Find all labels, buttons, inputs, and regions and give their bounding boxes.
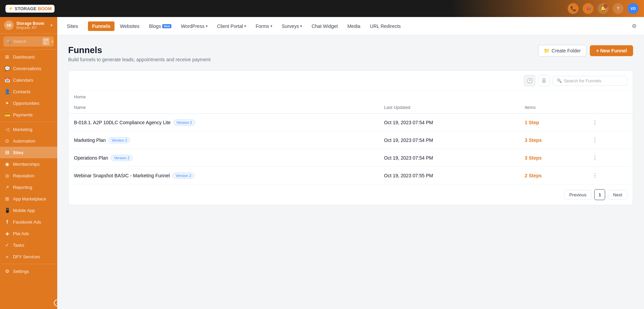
row-menu-btn-0[interactable]: ⋮ (590, 118, 600, 126)
nav-item-url-redirects[interactable]: URL Redirects (366, 21, 405, 31)
view-history-btn[interactable]: 🕐 (524, 75, 535, 86)
nav-label-url-redirects: URL Redirects (370, 23, 401, 29)
cell-updated-1: Oct 19, 2023 07:54 PM (379, 131, 519, 149)
page-number-1[interactable]: 1 (594, 189, 605, 200)
phone-icon-btn[interactable]: 📞 (568, 3, 579, 14)
cell-name-1: Marketing Plan Version 2 (68, 131, 379, 149)
create-folder-button[interactable]: 📁 Create Folder (538, 45, 587, 56)
version-badge-0: Version 2 (173, 119, 195, 126)
sidebar-item-marketing[interactable]: ◁ Marketing (0, 124, 57, 135)
col-header-name: Name (68, 101, 379, 114)
nav-label-forms: Forms (256, 23, 269, 29)
mobile-app-icon: 📱 (4, 208, 10, 213)
nav-settings-gear[interactable]: ⚙ (630, 21, 639, 31)
new-funnel-button[interactable]: + New Funnel (590, 45, 633, 56)
question-icon-btn[interactable]: ? (613, 3, 624, 14)
nav-item-surveys[interactable]: Surveys ▾ (278, 21, 306, 31)
items-link-0[interactable]: 1 Step (525, 120, 539, 125)
cell-updated-2: Oct 19, 2023 07:54 PM (379, 149, 519, 167)
nav-item-websites[interactable]: Websites (116, 21, 143, 31)
funnel-table-wrap: 🕐 ☰ 🔍 Home Name Last Updated (68, 70, 633, 205)
sidebar-item-tasks[interactable]: ✓ Tasks (0, 239, 57, 251)
row-menu-btn-1[interactable]: ⋮ (590, 136, 600, 144)
nav-sites-label[interactable]: Sites (63, 21, 82, 31)
dfy-services-icon: » (4, 254, 10, 259)
row-menu-btn-3[interactable]: ⋮ (590, 172, 600, 179)
row-menu-btn-2[interactable]: ⋮ (590, 154, 600, 162)
items-link-3[interactable]: 2 Steps (525, 173, 542, 178)
sidebar-item-reporting[interactable]: ↗ Reporting (0, 181, 57, 193)
automation-icon: ⊙ (4, 138, 10, 144)
account-switcher[interactable]: SB Storage Boom Belgrade, MT ▼ (0, 17, 57, 34)
sidebar-item-memberships[interactable]: ◉ Memberships (0, 158, 57, 170)
version-badge-2: Version 2 (111, 155, 133, 161)
folder-icon: 📁 (544, 48, 550, 53)
megaphone-icon-btn[interactable]: 📣 (583, 3, 594, 14)
table-row: Webinar Snapshot BASIC - Marketing Funne… (68, 167, 633, 184)
next-button[interactable]: Next (608, 190, 627, 200)
page-title: Funnels (68, 45, 211, 55)
reporting-icon: ↗ (4, 184, 10, 190)
funnel-search-wrap[interactable]: 🔍 (552, 76, 627, 86)
sidebar-item-dfy-services[interactable]: » DFY Services (0, 251, 57, 262)
nav-item-chat-widget[interactable]: Chat Widget (307, 21, 342, 31)
sidebar-item-facebook-ads[interactable]: f Facebook Ads (0, 216, 57, 228)
version-badge-3: Version 2 (172, 173, 194, 179)
surveys-dropdown-icon: ▾ (300, 24, 302, 28)
sidebar-item-dashboard[interactable]: ⊞ Dashboard (0, 51, 57, 63)
search-plus-btn[interactable]: + (51, 39, 53, 44)
sidebar-label-settings: Settings (13, 269, 29, 274)
user-avatar[interactable]: VD (628, 3, 639, 14)
view-list-btn[interactable]: ☰ (538, 75, 550, 86)
sidebar-item-reputation[interactable]: ◎ Reputation (0, 170, 57, 181)
search-input[interactable] (13, 39, 41, 44)
funnel-name-2[interactable]: Operations Plan (74, 155, 108, 161)
nav-item-media[interactable]: Media (343, 21, 364, 31)
nav-item-client-portal[interactable]: Client Portal ▾ (213, 21, 250, 31)
cell-menu-2: ⋮ (585, 149, 633, 167)
previous-button[interactable]: Previous (564, 190, 592, 200)
sidebar-item-app-marketplace[interactable]: ⊞ App Marketplace (0, 193, 57, 205)
cell-updated-0: Oct 19, 2023 07:54 PM (379, 114, 519, 131)
topbar-icons: 📞 📣 🔔 ? VD (568, 3, 639, 14)
search-icon: 🔍 (6, 39, 11, 44)
sidebar-item-plai-ads[interactable]: ◈ Plai Ads (0, 228, 57, 239)
sidebar-label-reputation: Reputation (13, 173, 34, 178)
funnel-name-3[interactable]: Webinar Snapshot BASIC - Marketing Funne… (74, 173, 170, 178)
sidebar-item-mobile-app[interactable]: 📱 Mobile App (0, 205, 57, 216)
search-wrap[interactable]: 🔍 ctrl K + (3, 36, 54, 47)
table-row: Marketing Plan Version 2 Oct 19, 2023 07… (68, 131, 633, 149)
sidebar-nav: ⊞ Dashboard 💬 Conversations 📅 Calendars … (0, 50, 57, 309)
nav-item-forms[interactable]: Forms ▾ (251, 21, 276, 31)
sidebar-divider-2 (0, 264, 57, 264)
nav-item-wordpress[interactable]: WordPress ▾ (177, 21, 212, 31)
sidebar-label-dfy-services: DFY Services (13, 254, 40, 259)
sidebar-item-automation[interactable]: ⊙ Automation (0, 135, 57, 147)
sidebar-item-conversations[interactable]: 💬 Conversations (0, 63, 57, 74)
new-funnel-label: + New Funnel (596, 48, 627, 53)
forms-dropdown-icon: ▾ (271, 24, 272, 28)
funnel-search-input[interactable] (564, 78, 623, 83)
items-link-1[interactable]: 3 Steps (525, 137, 542, 143)
nav-item-blogs[interactable]: Blogs New (145, 21, 175, 31)
nav-item-funnels[interactable]: Funnels (88, 21, 114, 31)
sidebar-divider-1 (0, 122, 57, 122)
sidebar-item-settings[interactable]: ⚙ Settings (0, 265, 57, 277)
sidebar-label-calendars: Calendars (13, 78, 33, 83)
logo-boom: BOOM (38, 6, 51, 11)
sidebar-item-payments[interactable]: 💳 Payments (0, 109, 57, 120)
cell-menu-0: ⋮ (585, 114, 633, 131)
sidebar-item-sites[interactable]: ⊟ Sites (0, 147, 57, 158)
funnel-toolbar: 🕐 ☰ 🔍 (68, 71, 633, 91)
sidebar-label-mobile-app: Mobile App (13, 208, 35, 213)
funnel-name-1[interactable]: Marketing Plan (74, 137, 106, 143)
sidebar-item-calendars[interactable]: 📅 Calendars (0, 74, 57, 86)
bell-icon-btn[interactable]: 🔔 (598, 3, 609, 14)
funnel-name-0[interactable]: B-018.1. A2P 10DLC Compliance Agency Lit… (74, 120, 171, 125)
logo-storage: STORAGE (15, 6, 36, 11)
items-link-2[interactable]: 3 Steps (525, 155, 542, 161)
sidebar-item-opportunities[interactable]: ✦ Opportunities (0, 97, 57, 109)
nav-label-chat-widget: Chat Widget (311, 23, 338, 29)
sidebar-item-contacts[interactable]: 👤 Contacts (0, 86, 57, 97)
cell-menu-3: ⋮ (585, 167, 633, 184)
